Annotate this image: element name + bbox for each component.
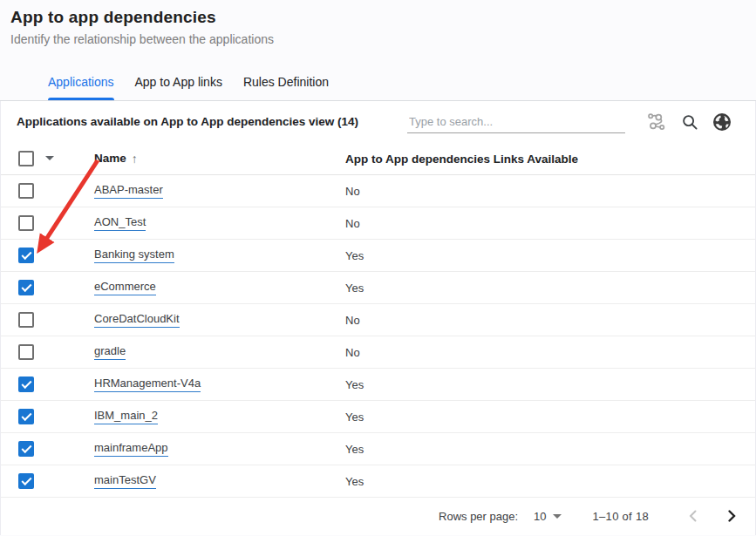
row-checkbox[interactable] [18,409,34,424]
links-available-value: No [345,185,360,198]
page-header: App to app dependencies Identify the rel… [0,0,756,46]
rows-per-page-select[interactable]: 10 [534,510,561,523]
rows-per-page-label: Rows per page: [439,510,518,523]
row-checkbox[interactable] [18,377,34,392]
select-all-checkbox[interactable] [18,151,34,166]
chevron-right-icon [721,505,742,526]
column-header-name[interactable]: Name [94,152,126,165]
app-name-link[interactable]: ABAP-master [94,183,163,199]
table-row: HRManagement-V4a Yes [1,369,755,401]
dependency-graph-icon[interactable] [645,110,670,134]
table-row: gradle No [1,336,755,369]
previous-page-button[interactable] [682,505,705,527]
table-toolbar: Applications available on App to App dep… [1,101,755,142]
links-available-value: Yes [345,249,364,262]
app-name-link[interactable]: eCommerce [94,280,156,295]
app-name-link[interactable]: IBM_main_2 [94,409,158,424]
app-name-link[interactable]: AON_Test [94,215,146,231]
next-page-button[interactable] [720,505,743,527]
table-row: IBM_main_2 Yes [1,401,755,433]
applications-table-card: Applications available on App to App dep… [0,101,756,535]
table-header-row: Name ↑ App to App dependencies Links Ava… [1,142,755,175]
tab-app-to-app-links[interactable]: App to App links [135,68,222,100]
table-row: ABAP-master No [1,175,755,207]
table-row: CoreDatCloudKit No [1,304,755,336]
app-name-link[interactable]: Banking system [94,248,174,263]
search-icon[interactable] [678,110,702,134]
app-name-link[interactable]: CoreDatCloudKit [94,312,180,328]
search-input[interactable] [407,111,625,133]
table-row: AON_Test No [1,207,755,240]
sort-ascending-icon[interactable]: ↑ [132,152,138,166]
table-row: mainframeApp Yes [1,433,755,465]
app-name-link[interactable]: mainframeApp [94,441,168,457]
rows-per-page-caret-icon [553,514,562,519]
tab-applications[interactable]: Applications [48,68,114,100]
row-checkbox[interactable] [18,183,34,199]
app-name-link[interactable]: gradle [94,344,126,360]
table-row: Banking system Yes [1,240,755,272]
page-title: App to app dependencies [10,8,746,27]
table-row: eCommerce Yes [1,272,755,304]
tab-rules-definition[interactable]: Rules Definition [243,68,329,100]
globe-icon[interactable] [710,110,734,134]
row-checkbox[interactable] [18,312,34,328]
links-available-value: No [345,314,360,327]
page-subtitle: Identify the relationship between the ap… [10,32,746,46]
links-available-value: Yes [345,410,364,424]
table-body: ABAP-master No AON_Test No [1,175,755,498]
selection-menu-caret-icon[interactable] [45,156,54,160]
tab-bar: Applications App to App links Rules Defi… [0,67,756,101]
row-checkbox[interactable] [18,473,34,489]
row-checkbox[interactable] [18,441,34,457]
pagination-range: 1–10 of 18 [593,510,649,523]
row-checkbox[interactable] [18,248,34,263]
table-caption: Applications available on App to App dep… [17,115,407,128]
links-available-value: Yes [345,282,364,295]
links-available-value: No [345,217,360,230]
rows-per-page-value: 10 [534,510,546,523]
row-checkbox[interactable] [18,280,34,295]
table-row: mainTestGV Yes [1,465,755,498]
app-name-link[interactable]: HRManagement-V4a [94,377,201,392]
row-checkbox[interactable] [18,344,34,360]
links-available-value: Yes [345,443,364,456]
pagination-bar: Rows per page: 10 1–10 of 18 [1,498,755,534]
links-available-value: Yes [345,475,364,488]
links-available-value: Yes [345,378,364,391]
app-name-link[interactable]: mainTestGV [94,473,156,489]
chevron-left-icon [683,505,704,526]
row-checkbox[interactable] [18,215,34,231]
page: App to app dependencies Identify the rel… [0,0,756,536]
column-header-links-available: App to App dependencies Links Available [345,153,578,166]
links-available-value: No [345,346,360,359]
